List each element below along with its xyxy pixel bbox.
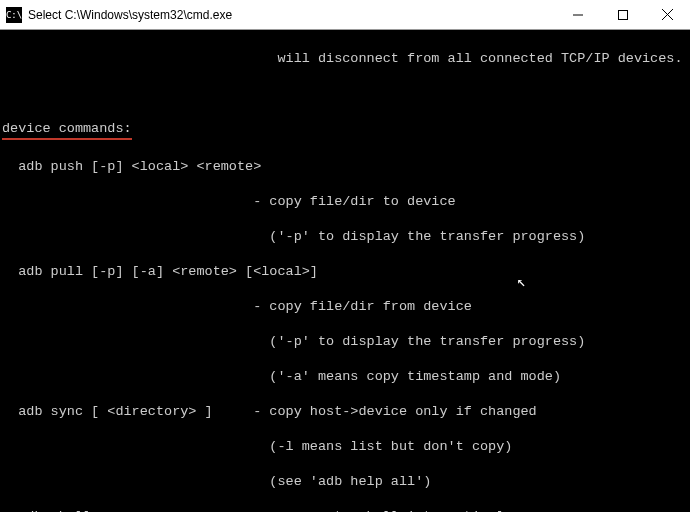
output-blank bbox=[2, 85, 690, 103]
close-button[interactable] bbox=[645, 0, 690, 29]
svg-rect-1 bbox=[618, 10, 627, 19]
output-line: adb pull [-p] [-a] <remote> [<local>] bbox=[2, 263, 690, 281]
output-line: (see 'adb help all') bbox=[2, 473, 690, 491]
output-line: adb sync [ <directory> ] - copy host->de… bbox=[2, 403, 690, 421]
terminal-output[interactable]: will disconnect from all connected TCP/I… bbox=[0, 30, 690, 512]
section-heading: device commands: bbox=[2, 120, 690, 141]
minimize-button[interactable] bbox=[555, 0, 600, 29]
window-controls bbox=[555, 0, 690, 29]
cmd-icon: C:\ bbox=[6, 7, 22, 23]
minimize-icon bbox=[573, 10, 583, 20]
section-heading-text: device commands: bbox=[2, 120, 132, 141]
output-line: will disconnect from all connected TCP/I… bbox=[2, 50, 690, 68]
output-line: - copy file/dir from device bbox=[2, 298, 690, 316]
output-line: ('-a' means copy timestamp and mode) bbox=[2, 368, 690, 386]
output-line: adb shell - run remote shell interactive… bbox=[2, 508, 690, 513]
maximize-icon bbox=[618, 10, 628, 20]
close-icon bbox=[662, 9, 673, 20]
output-line: ('-p' to display the transfer progress) bbox=[2, 333, 690, 351]
output-line: (-l means list but don't copy) bbox=[2, 438, 690, 456]
window-title: Select C:\Windows\system32\cmd.exe bbox=[28, 8, 555, 22]
output-line: - copy file/dir to device bbox=[2, 193, 690, 211]
output-line: ('-p' to display the transfer progress) bbox=[2, 228, 690, 246]
output-line: adb push [-p] <local> <remote> bbox=[2, 158, 690, 176]
maximize-button[interactable] bbox=[600, 0, 645, 29]
window-titlebar: C:\ Select C:\Windows\system32\cmd.exe bbox=[0, 0, 690, 30]
